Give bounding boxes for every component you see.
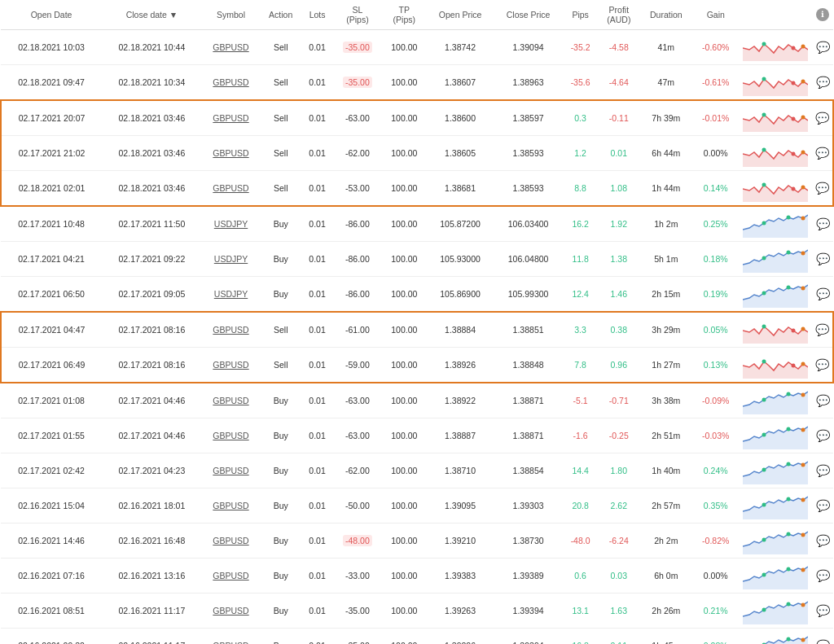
- comment-cell[interactable]: 💬: [812, 594, 833, 629]
- symbol[interactable]: GBPUSD: [202, 559, 261, 594]
- symbol-link[interactable]: GBPUSD: [213, 536, 248, 545]
- duration: 6h 0m: [639, 559, 692, 594]
- symbol[interactable]: GBPUSD: [202, 453, 261, 488]
- table-row: 02.16.2021 08:51 02.16.2021 11:17 GBPUSD…: [1, 594, 833, 629]
- symbol-link[interactable]: GBPUSD: [213, 606, 248, 616]
- chat-icon[interactable]: 💬: [816, 639, 830, 644]
- symbol[interactable]: GBPUSD: [202, 136, 261, 171]
- duration: 1h 2m: [639, 206, 692, 242]
- symbol-link[interactable]: GBPUSD: [213, 113, 248, 123]
- symbol-link[interactable]: GBPUSD: [213, 148, 248, 158]
- close-price: 106.03400: [494, 206, 562, 242]
- symbol[interactable]: GBPUSD: [202, 383, 261, 418]
- symbol[interactable]: GBPUSD: [202, 524, 261, 559]
- svg-marker-16: [743, 185, 808, 202]
- svg-point-33: [762, 325, 766, 329]
- symbol-link[interactable]: USDJPY: [214, 289, 248, 299]
- comment-cell[interactable]: 💬: [812, 242, 833, 277]
- symbol[interactable]: USDJPY: [202, 277, 261, 313]
- comment-cell[interactable]: 💬: [812, 171, 833, 207]
- sl-pips: -35.00: [333, 594, 382, 629]
- chat-icon[interactable]: 💬: [816, 429, 830, 442]
- comment-cell[interactable]: 💬: [812, 348, 833, 383]
- symbol[interactable]: GBPUSD: [202, 65, 261, 101]
- svg-point-5: [762, 77, 766, 81]
- open-date: 02.17.2021 04:21: [1, 242, 102, 277]
- symbol[interactable]: GBPUSD: [202, 594, 261, 629]
- pips: 1.2: [563, 136, 599, 171]
- chat-icon[interactable]: 💬: [816, 604, 830, 617]
- symbol-link[interactable]: GBPUSD: [213, 183, 248, 193]
- col-tp: TP(Pips): [382, 0, 427, 30]
- chat-icon[interactable]: 💬: [816, 534, 830, 547]
- symbol-link[interactable]: GBPUSD: [213, 360, 248, 370]
- chat-icon[interactable]: 💬: [816, 499, 830, 512]
- symbol-link[interactable]: GBPUSD: [213, 466, 248, 475]
- comment-cell[interactable]: 💬: [812, 629, 833, 645]
- svg-point-27: [801, 252, 805, 256]
- comment-cell[interactable]: 💬: [812, 206, 833, 242]
- chat-icon[interactable]: 💬: [815, 112, 829, 125]
- chat-icon[interactable]: 💬: [816, 569, 830, 582]
- chat-icon[interactable]: 💬: [816, 217, 830, 230]
- table-row: 02.18.2021 02:01 02.18.2021 03:46 GBPUSD…: [1, 171, 833, 207]
- mini-chart-cell: [739, 594, 812, 629]
- symbol[interactable]: GBPUSD: [202, 171, 261, 207]
- chat-icon[interactable]: 💬: [815, 182, 829, 195]
- comment-cell[interactable]: 💬: [812, 65, 833, 101]
- close-date: 02.16.2021 18:01: [102, 488, 202, 524]
- action: Sell: [260, 171, 301, 207]
- symbol-link[interactable]: GBPUSD: [213, 431, 248, 440]
- comment-cell[interactable]: 💬: [812, 277, 833, 313]
- chat-icon[interactable]: 💬: [816, 41, 830, 54]
- symbol[interactable]: USDJPY: [202, 242, 261, 277]
- symbol-link[interactable]: GBPUSD: [213, 77, 248, 87]
- pips: 0.3: [563, 100, 599, 136]
- symbol[interactable]: GBPUSD: [202, 30, 261, 65]
- symbol[interactable]: GBPUSD: [202, 488, 261, 524]
- info-icon[interactable]: ℹ: [816, 8, 829, 21]
- comment-cell[interactable]: 💬: [812, 524, 833, 559]
- chat-icon[interactable]: 💬: [815, 358, 829, 371]
- chat-icon[interactable]: 💬: [816, 76, 830, 89]
- symbol[interactable]: GBPUSD: [202, 348, 261, 383]
- symbol[interactable]: GBPUSD: [202, 312, 261, 348]
- svg-point-49: [762, 468, 766, 472]
- symbol-link[interactable]: GBPUSD: [213, 641, 248, 644]
- symbol-link[interactable]: USDJPY: [214, 254, 248, 264]
- chat-icon[interactable]: 💬: [816, 287, 830, 300]
- comment-cell[interactable]: 💬: [812, 383, 833, 418]
- col-close-date[interactable]: Close date ▼: [102, 0, 202, 30]
- chat-icon[interactable]: 💬: [816, 252, 830, 265]
- profit: 1.08: [598, 171, 639, 207]
- col-info[interactable]: ℹ: [812, 0, 833, 30]
- symbol[interactable]: GBPUSD: [202, 418, 261, 453]
- symbol[interactable]: USDJPY: [202, 206, 261, 242]
- symbol-link[interactable]: GBPUSD: [213, 42, 248, 52]
- duration: 6h 44m: [639, 136, 692, 171]
- symbol[interactable]: GBPUSD: [202, 629, 261, 645]
- chat-icon[interactable]: 💬: [815, 147, 829, 160]
- comment-cell[interactable]: 💬: [812, 100, 833, 136]
- symbol-link[interactable]: GBPUSD: [213, 325, 248, 335]
- symbol-link[interactable]: GBPUSD: [213, 571, 248, 580]
- open-date: 02.18.2021 02:01: [1, 171, 102, 207]
- symbol[interactable]: GBPUSD: [202, 100, 261, 136]
- chat-icon[interactable]: 💬: [816, 464, 830, 477]
- comment-cell[interactable]: 💬: [812, 30, 833, 65]
- symbol-link[interactable]: USDJPY: [214, 219, 248, 229]
- comment-cell[interactable]: 💬: [812, 312, 833, 348]
- duration: 1h 40m: [639, 453, 692, 488]
- symbol-link[interactable]: GBPUSD: [213, 501, 248, 510]
- comment-cell[interactable]: 💬: [812, 559, 833, 594]
- comment-cell[interactable]: 💬: [812, 488, 833, 524]
- comment-cell[interactable]: 💬: [812, 136, 833, 171]
- symbol-link[interactable]: GBPUSD: [213, 396, 248, 405]
- chat-icon[interactable]: 💬: [816, 394, 830, 407]
- comment-cell[interactable]: 💬: [812, 418, 833, 453]
- sl-value: -86.00: [345, 289, 370, 299]
- chat-icon[interactable]: 💬: [815, 323, 829, 336]
- comment-cell[interactable]: 💬: [812, 453, 833, 488]
- sl-value: -62.00: [345, 148, 370, 158]
- tp-pips: 100.00: [382, 171, 427, 207]
